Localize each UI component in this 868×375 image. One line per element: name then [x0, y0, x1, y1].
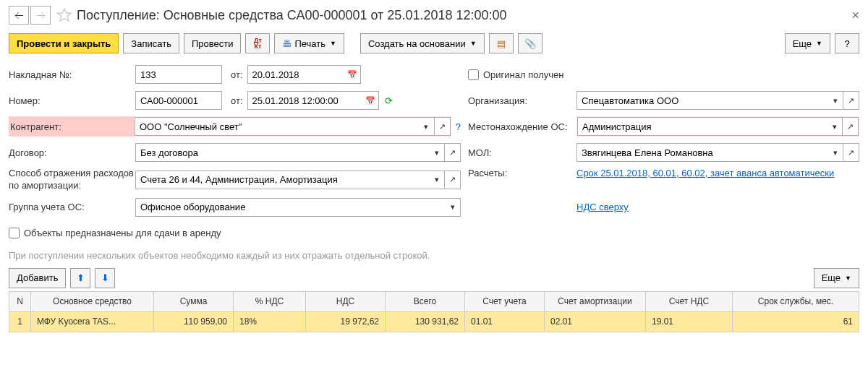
invoice-date-input[interactable] [247, 65, 345, 84]
col-total[interactable]: Всего [386, 291, 465, 311]
assets-table: N Основное средство Сумма % НДС НДС Всег… [9, 291, 859, 332]
loc-dropdown[interactable]: ▾ [827, 117, 843, 136]
calendar-icon-2[interactable]: 📅 [363, 91, 379, 110]
organization-label: Организация: [468, 95, 576, 106]
rent-label: Объекты предназначены для сдачи в аренду [24, 228, 221, 238]
original-label: Оригинал получен [483, 69, 563, 80]
cell-acc-depr[interactable]: 02.01 [545, 311, 646, 332]
invoice-no-input[interactable] [135, 65, 222, 84]
hint-text: При поступлении нескольких объектов необ… [9, 250, 859, 261]
col-acc-vat[interactable]: Счет НДС [646, 291, 733, 311]
cell-acc-vat[interactable]: 19.01 [646, 311, 733, 332]
mol-input[interactable] [576, 143, 827, 162]
col-asset[interactable]: Основное средство [31, 291, 154, 311]
original-checkbox[interactable] [468, 69, 479, 80]
chevron-down-icon: ▼ [816, 40, 822, 47]
move-down-button[interactable]: ⬇ [95, 268, 115, 288]
cell-life[interactable]: 61 [733, 311, 859, 332]
contractor-label: Контрагент: [9, 116, 135, 137]
contractor-help[interactable]: ? [456, 121, 461, 132]
col-acc-depr[interactable]: Счет амортизации [545, 291, 646, 311]
os-group-label: Группа учета ОС: [9, 202, 135, 212]
org-open[interactable]: ↗ [843, 91, 859, 110]
vat-link[interactable]: НДС сверху [576, 202, 629, 212]
calc-label: Расчеты: [468, 168, 576, 178]
table-row[interactable]: 1 МФУ Kyocera TAS... 110 959,00 18% 19 9… [9, 311, 859, 332]
contract-open[interactable]: ↗ [445, 143, 461, 162]
from-label-1: от: [231, 69, 243, 80]
contract-dropdown[interactable]: ▾ [429, 143, 445, 162]
cell-vat-pct[interactable]: 18% [234, 311, 306, 332]
depr-method-label: Способ отражения расходов по амортизации… [9, 168, 135, 192]
print-button[interactable]: 🖶Печать▼ [274, 33, 344, 53]
org-dropdown[interactable]: ▾ [827, 91, 843, 110]
loc-open[interactable]: ↗ [843, 117, 859, 136]
help-button[interactable]: ? [835, 33, 859, 53]
contractor-input[interactable] [135, 117, 419, 136]
cell-vat[interactable]: 19 972,62 [306, 311, 386, 332]
mol-dropdown[interactable]: ▾ [827, 143, 843, 162]
depr-open[interactable]: ↗ [445, 171, 461, 189]
col-vat-pct[interactable]: % НДС [234, 291, 306, 311]
table-more-button[interactable]: Еще▼ [814, 268, 859, 288]
print-icon: 🖶 [282, 38, 292, 49]
move-up-button[interactable]: ⬆ [70, 268, 90, 288]
from-label-2: от: [231, 95, 243, 106]
osgroup-dropdown[interactable]: ▾ [445, 198, 461, 217]
post-and-close-button[interactable]: Провести и закрыть [9, 33, 119, 53]
contract-input[interactable] [135, 143, 429, 162]
close-icon[interactable]: × [851, 8, 859, 23]
add-row-button[interactable]: Добавить [9, 268, 66, 288]
cell-asset[interactable]: МФУ Kyocera TAS... [31, 311, 154, 332]
dtkt-button[interactable]: ДтКт [245, 33, 270, 53]
col-vat[interactable]: НДС [306, 291, 386, 311]
document-icon: ▤ [497, 38, 506, 49]
chevron-down-icon: ▼ [470, 40, 477, 47]
col-acc[interactable]: Счет учета [465, 291, 545, 311]
done-icon[interactable]: ⟳ [385, 95, 393, 106]
save-button[interactable]: Записать [123, 33, 179, 53]
col-n[interactable]: N [9, 291, 31, 311]
post-button[interactable]: Провести [184, 33, 242, 53]
invoice-no-label: Накладная №: [9, 69, 135, 80]
rent-checkbox[interactable] [9, 228, 20, 238]
contractor-open[interactable]: ↗ [435, 117, 451, 136]
depr-dropdown[interactable]: ▾ [429, 171, 445, 189]
os-location-input[interactable] [577, 117, 827, 136]
os-group-input[interactable] [135, 198, 445, 217]
original-checkbox-wrap[interactable]: Оригинал получен [468, 69, 563, 80]
calc-link[interactable]: Срок 25.01.2018, 60.01, 60.02, зачет ава… [576, 168, 834, 178]
os-location-label: Местонахождение ОС: [468, 121, 576, 132]
cell-total[interactable]: 130 931,62 [386, 311, 465, 332]
cell-acc[interactable]: 01.01 [465, 311, 545, 332]
page-title: Поступление: Основные средства СА00-0000… [77, 8, 851, 23]
rent-checkbox-wrap[interactable]: Объекты предназначены для сдачи в аренду [9, 228, 221, 238]
favorite-icon[interactable] [56, 7, 72, 23]
forward-button[interactable]: 🡢 [30, 6, 51, 25]
chevron-down-icon: ▼ [330, 40, 336, 47]
cell-n[interactable]: 1 [9, 311, 31, 332]
mol-open[interactable]: ↗ [843, 143, 859, 162]
number-date-input[interactable] [247, 91, 363, 110]
number-label: Номер: [9, 95, 135, 106]
table-header-row: N Основное средство Сумма % НДС НДС Всег… [9, 291, 859, 311]
organization-input[interactable] [576, 91, 827, 110]
mol-label: МОЛ: [468, 147, 576, 158]
contractor-dropdown[interactable]: ▾ [419, 117, 435, 136]
col-life[interactable]: Срок службы, мес. [733, 291, 859, 311]
create-based-button[interactable]: Создать на основании▼ [360, 33, 485, 53]
dtkt-icon: ДтКт [254, 38, 262, 49]
depr-method-input[interactable] [135, 171, 429, 189]
paperclip-icon: 📎 [524, 38, 536, 49]
contract-label: Договор: [9, 147, 135, 158]
more-button[interactable]: Еще▼ [785, 33, 830, 53]
col-sum[interactable]: Сумма [154, 291, 234, 311]
calendar-icon[interactable]: 📅 [345, 65, 361, 84]
document-button[interactable]: ▤ [489, 33, 514, 53]
back-button[interactable]: 🡠 [9, 6, 29, 25]
chevron-down-icon: ▼ [845, 275, 851, 282]
number-input[interactable] [135, 91, 222, 110]
attach-button[interactable]: 📎 [518, 33, 542, 53]
cell-sum[interactable]: 110 959,00 [154, 311, 234, 332]
